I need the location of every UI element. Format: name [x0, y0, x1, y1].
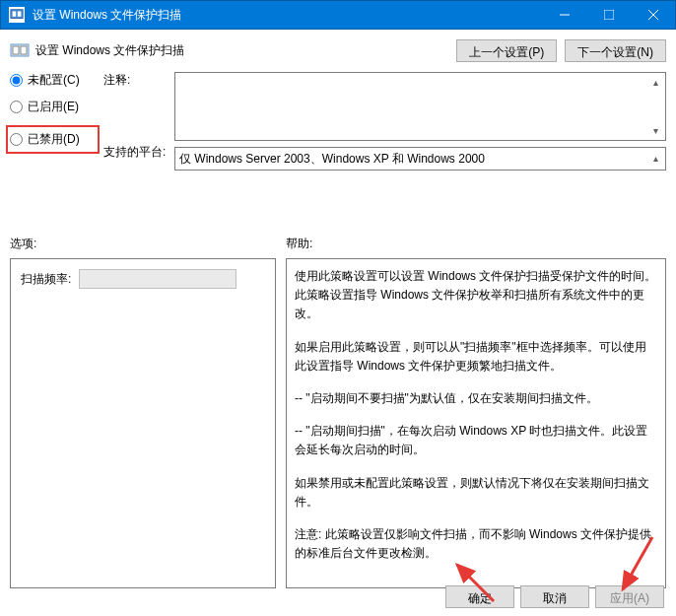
- svg-rect-9: [21, 46, 27, 54]
- radio-disabled-label: 已禁用(D): [28, 131, 80, 148]
- help-text: 注意: 此策略设置仅影响文件扫描，而不影响 Windows 文件保护提供的标准后…: [295, 525, 657, 563]
- comment-field[interactable]: ▴ ▾: [174, 72, 666, 141]
- radio-enabled-input[interactable]: [10, 101, 23, 113]
- header: 设置 Windows 文件保护扫描 上一个设置(P) 下一个设置(N): [10, 39, 666, 62]
- help-text: 如果启用此策略设置，则可以从"扫描频率"框中选择频率。可以使用此设置指导 Win…: [295, 338, 657, 376]
- cancel-button[interactable]: 取消: [520, 585, 589, 608]
- titlebar: 设置 Windows 文件保护扫描: [0, 0, 676, 30]
- help-text: 如果禁用或未配置此策略设置，则默认情况下将仅在安装期间扫描文件。: [295, 474, 657, 512]
- app-icon: [9, 7, 25, 23]
- ok-button[interactable]: 确定: [445, 585, 514, 608]
- prev-setting-button[interactable]: 上一个设置(P): [456, 39, 557, 62]
- help-panel[interactable]: 使用此策略设置可以设置 Windows 文件保护扫描受保护文件的时间。此策略设置…: [286, 258, 666, 588]
- radio-unconfigured-input[interactable]: [10, 74, 23, 87]
- help-text: -- "启动期间不要扫描"为默认值，仅在安装期间扫描文件。: [295, 389, 657, 408]
- dialog-footer: 确定 取消 应用(A): [445, 585, 664, 608]
- minimize-button[interactable]: [542, 1, 586, 30]
- radio-unconfigured[interactable]: 未配置(C): [10, 72, 103, 89]
- radio-disabled-input[interactable]: [10, 133, 23, 146]
- page-title: 设置 Windows 文件保护扫描: [35, 42, 456, 59]
- svg-rect-4: [604, 10, 614, 20]
- apply-button[interactable]: 应用(A): [595, 585, 664, 608]
- help-section-label: 帮助:: [286, 236, 312, 252]
- help-text: -- "启动期间扫描"，在每次启动 Windows XP 时也扫描文件。此设置会…: [295, 422, 657, 459]
- platform-field: 仅 Windows Server 2003、Windows XP 和 Windo…: [174, 147, 666, 171]
- platform-value: 仅 Windows Server 2003、Windows XP 和 Windo…: [179, 152, 485, 166]
- radio-enabled[interactable]: 已启用(E): [10, 99, 103, 115]
- scroll-down-icon[interactable]: ▾: [648, 123, 663, 138]
- radio-disabled[interactable]: 已禁用(D): [6, 125, 100, 154]
- close-button[interactable]: [631, 1, 675, 30]
- radio-unconfigured-label: 未配置(C): [28, 72, 80, 89]
- window-controls: [542, 1, 675, 30]
- titlebar-title: 设置 Windows 文件保护扫描: [33, 7, 542, 24]
- options-panel: 扫描频率:: [10, 258, 276, 588]
- scroll-up-icon[interactable]: ▴: [648, 151, 663, 166]
- scan-frequency-dropdown[interactable]: [79, 269, 237, 289]
- radio-enabled-label: 已启用(E): [28, 99, 79, 115]
- help-text: 使用此策略设置可以设置 Windows 文件保护扫描受保护文件的时间。此策略设置…: [295, 267, 657, 324]
- comment-label: 注释:: [103, 72, 174, 89]
- scroll-up-icon[interactable]: ▴: [648, 75, 663, 90]
- settings-icon: [10, 41, 30, 61]
- platform-label: 支持的平台:: [103, 144, 174, 161]
- options-section-label: 选项:: [10, 236, 286, 252]
- svg-rect-2: [18, 12, 22, 17]
- svg-rect-1: [13, 12, 17, 17]
- scan-frequency-label: 扫描频率:: [21, 271, 71, 288]
- next-setting-button[interactable]: 下一个设置(N): [565, 39, 666, 62]
- maximize-button[interactable]: [586, 1, 631, 30]
- svg-rect-8: [13, 46, 19, 54]
